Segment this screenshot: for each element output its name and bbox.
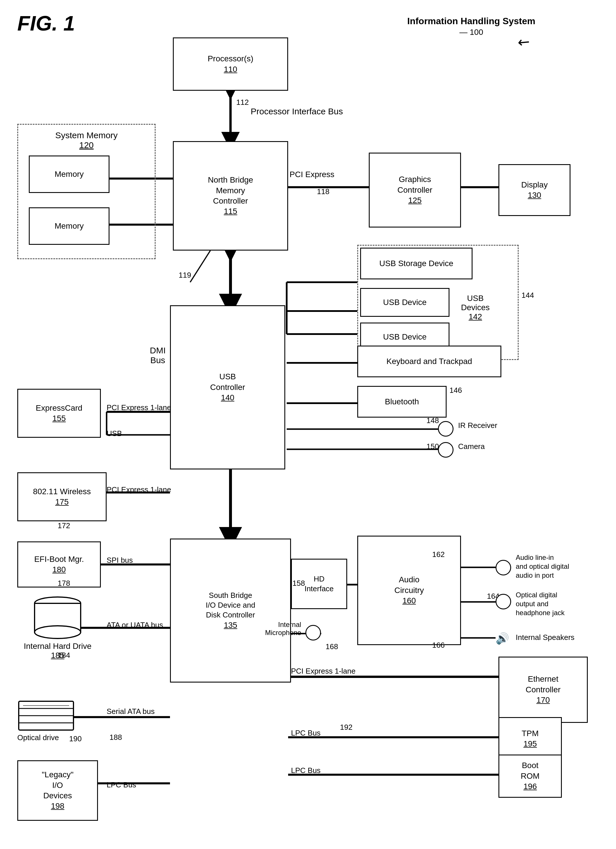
camera-icon (438, 442, 453, 457)
optical-drive-svg (17, 700, 75, 731)
internal-hd-label: Internal Hard Drive (12, 642, 104, 651)
lpc-bus-legacy-label: LPC Bus (107, 780, 136, 789)
pci-express-ec-label: PCI Express 1-lane (107, 403, 171, 412)
ref-146: 146 (449, 386, 462, 395)
keyboard-trackpad-box: Keyboard and Trackpad (357, 346, 501, 377)
svg-point-34 (34, 626, 81, 639)
svg-line-31 (190, 250, 210, 282)
ir-receiver-label: IR Receiver (458, 421, 497, 430)
audio-in-label: Audio line-inand optical digitalaudio in… (516, 553, 569, 580)
diagram-container: FIG. 1 Information Handling System — 100 (0, 0, 616, 849)
processor-box: Processor(s) 110 (173, 37, 288, 91)
ref-184: 184 (58, 651, 70, 660)
bluetooth-box: Bluetooth (357, 386, 447, 418)
ethernet-controller-box: Ethernet Controller 170 (498, 657, 588, 723)
north-bridge-box: North Bridge Memory Controller 115 (173, 141, 288, 250)
ref-172: 172 (58, 521, 70, 530)
optical-out-label: Optical digitaloutput andheadphone jack (516, 590, 564, 617)
internal-mic-label: InternalMicrophone (265, 621, 301, 637)
ref-178: 178 (58, 579, 70, 588)
audio-in-icon (495, 560, 511, 575)
ref-168: 168 (325, 642, 338, 651)
ref-188: 188 (109, 733, 122, 742)
ref-119: 119 (179, 271, 191, 280)
optical-drive-label: Optical drive (17, 733, 75, 742)
ref-158: 158 (292, 579, 305, 588)
info-system-label: Information Handling System — 100 (407, 16, 535, 37)
lpc-bus-bootrom-label: LPC Bus (291, 766, 321, 775)
pci-express-wifi-label: PCI Express 1-lane (107, 485, 171, 494)
usb-ec-label: USB (107, 429, 122, 438)
wireless-box: 802.11 Wireless 175 (17, 472, 107, 521)
camera-label: Camera (458, 442, 485, 451)
ref-144: 144 (522, 291, 534, 300)
tpm-box: TPM 195 (498, 717, 562, 760)
ata-uata-label: ATA or UATA bus (107, 621, 163, 630)
spi-bus-label: SPI bus (107, 556, 133, 565)
internal-mic-icon (306, 625, 321, 640)
dmi-bus-label: DMIBus (150, 346, 166, 365)
usb-controller-box: USB Controller 140 (170, 305, 285, 469)
expresscard-box: ExpressCard 155 (17, 389, 101, 438)
figure-title: FIG. 1 (17, 12, 75, 35)
hard-drive-cylinder-svg (32, 596, 84, 639)
pci-express-label: PCI Express (289, 170, 334, 179)
ref-150: 150 (427, 442, 439, 451)
memory2-box: Memory (29, 207, 109, 245)
ref-112: 112 (236, 98, 249, 107)
graphics-controller-box: Graphics Controller 125 (369, 153, 461, 228)
legacy-io-box: "Legacy" I/O Devices 198 (17, 760, 98, 821)
internal-speakers-icon: 🔊 (495, 632, 509, 645)
usb-storage-box: USB Storage Device (360, 248, 473, 279)
audio-circuitry-box: Audio Circuitry 160 (357, 536, 461, 645)
pci-express-eth-label: PCI Express 1-lane (291, 667, 355, 676)
ref-148: 148 (427, 416, 439, 425)
serial-ata-label: Serial ATA bus (107, 707, 155, 716)
ref-190: 190 (69, 734, 82, 743)
lpc-bus-tpm-label: LPC Bus (291, 728, 321, 737)
ref-162: 162 (432, 550, 444, 559)
boot-rom-box: Boot ROM 196 (498, 755, 562, 798)
processor-interface-bus-label: Processor Interface Bus (251, 107, 343, 116)
ref-118: 118 (317, 187, 329, 196)
south-bridge-box: South Bridge I/O Device and Disk Control… (170, 539, 291, 682)
optical-out-icon (495, 594, 511, 609)
display-box: Display 130 (498, 164, 570, 216)
usb-device1-box: USB Device (360, 288, 449, 317)
ir-receiver-icon (438, 421, 453, 436)
ref-166: 166 (432, 641, 444, 650)
internal-speakers-label: Internal Speakers (516, 633, 574, 642)
system-memory-label: System Memory 120 (18, 131, 155, 150)
internal-hd-container: Internal Hard Drive 185 (12, 596, 104, 660)
memory1-box: Memory (29, 155, 109, 193)
optical-drive-container: Optical drive (17, 700, 75, 742)
usb-devices-label: USBDevices142 (461, 294, 490, 322)
ref-192: 192 (340, 723, 352, 732)
